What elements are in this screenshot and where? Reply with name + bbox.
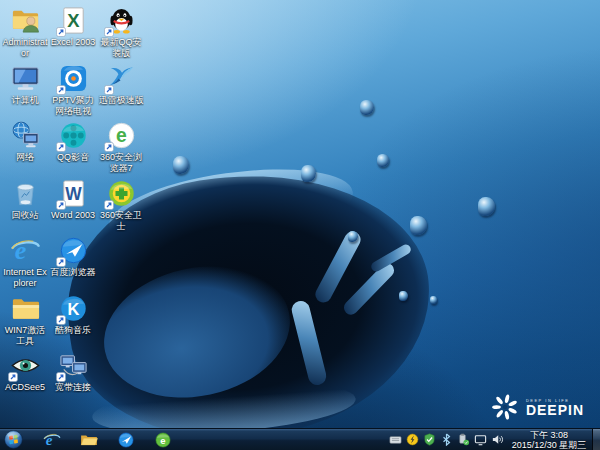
svg-text:W: W	[65, 184, 82, 204]
tray-removable-device[interactable]	[457, 433, 470, 446]
taskbar-clock[interactable]: 下午 3:08 2015/12/30 星期三	[510, 429, 588, 450]
show-desktop-button[interactable]	[592, 429, 600, 450]
xunlei-bird-icon	[106, 63, 137, 94]
desktop-icon-computer[interactable]: 计算机	[2, 63, 48, 106]
folder-icon	[10, 293, 41, 324]
desktop-icon-label: QQ影音	[50, 152, 96, 163]
water-droplet	[430, 296, 437, 304]
desktop-icon-administrator[interactable]: Administrator	[2, 5, 48, 59]
desktop-icon-baidu-browser[interactable]: 百度浏览器	[50, 235, 96, 278]
taskbar-button-windows-explorer[interactable]	[77, 430, 101, 450]
ie-icon: e	[10, 235, 41, 266]
shortcut-arrow-icon	[56, 85, 66, 95]
taskbar-button-baidu-browser[interactable]	[114, 430, 138, 450]
desktop-icon-xunlei-speed[interactable]: 迅雷极速版	[98, 63, 144, 106]
desktop-icon-label: Word 2003	[50, 210, 96, 221]
taskbar-button-internet-explorer[interactable]: e	[40, 430, 64, 450]
taskbar-button-360-browser[interactable]: e	[151, 430, 175, 450]
browser-360-icon: e	[106, 120, 137, 151]
taskbar: ee 下午 3:08 2015/12/30 星期三	[0, 428, 600, 450]
tray-security-center[interactable]	[423, 433, 436, 446]
computer-icon	[10, 63, 41, 94]
speaker-icon	[491, 433, 504, 446]
water-droplet	[173, 156, 189, 174]
deepin-logo: DEEP IN LIFE DEEPIN	[490, 392, 584, 422]
film-reel-icon	[58, 120, 89, 151]
water-droplet	[478, 197, 495, 216]
desktop-icon-label: 回收站	[2, 210, 48, 221]
desktop-icon-label: ACDSee5	[2, 382, 48, 393]
water-droplet	[377, 154, 389, 167]
shortcut-arrow-icon	[104, 27, 114, 37]
deepin-wordmark: DEEPIN	[526, 403, 584, 417]
eye-icon	[10, 350, 41, 381]
desktop-icon-label: 百度浏览器	[50, 267, 96, 278]
desktop-icon-label: WIN7激活工具	[2, 325, 48, 347]
pptv-icon	[58, 63, 89, 94]
desktop-icon-broadband-connection[interactable]: 宽带连接	[50, 350, 96, 393]
lightning-circle-icon	[406, 433, 419, 446]
word-icon: W	[58, 178, 89, 209]
desktop-icon-qq-latest[interactable]: 最新QQ安装版	[98, 5, 144, 59]
desktop-icon-win7-activator[interactable]: WIN7激活工具	[2, 293, 48, 347]
tray-antivirus[interactable]	[406, 433, 419, 446]
desktop-icon-internet-explorer[interactable]: eInternet Explorer	[2, 235, 48, 289]
desktop-icon-word-2003[interactable]: WWord 2003	[50, 178, 96, 221]
tray-bluetooth[interactable]	[440, 433, 453, 446]
ie-icon: e	[43, 431, 61, 449]
desktop-icon-acdsee5[interactable]: ACDSee5	[2, 350, 48, 393]
desktop-icon-grid: Administrator计算机网络回收站eInternet ExplorerW…	[2, 5, 152, 415]
desktop-icon-label: 360安全浏览器7	[98, 152, 144, 174]
tray-input-method[interactable]	[389, 433, 402, 446]
shortcut-arrow-icon	[104, 142, 114, 152]
desktop-icon-label: 迅雷极速版	[98, 95, 144, 106]
desktop-icon-kugou-music[interactable]: K酷狗音乐	[50, 293, 96, 336]
desktop-icon-label: 酷狗音乐	[50, 325, 96, 336]
shortcut-arrow-icon	[56, 257, 66, 267]
clock-date: 2015/12/30 星期三	[510, 440, 588, 450]
keyboard-icon	[389, 433, 402, 446]
desktop-icon-label: Administrator	[2, 37, 48, 59]
desktop-icon-label: 360安全卫士	[98, 210, 144, 232]
shortcut-arrow-icon	[56, 315, 66, 325]
desktop-icon-360-browser-7[interactable]: e360安全浏览器7	[98, 120, 144, 174]
desktop-icon-network[interactable]: 网络	[2, 120, 48, 163]
desktop-icon-label: 宽带连接	[50, 382, 96, 393]
baidu-browser-icon	[117, 431, 135, 449]
desktop-icon-excel-2003[interactable]: XExcel 2003	[50, 5, 96, 48]
clock-time: 下午 3:08	[510, 430, 588, 440]
desktop-icon-label: 计算机	[2, 95, 48, 106]
shortcut-arrow-icon	[56, 27, 66, 37]
desktop-icon-label: Excel 2003	[50, 37, 96, 48]
deepin-tagline: DEEP IN LIFE	[526, 398, 584, 403]
desktop-screen: DEEP IN LIFE DEEPIN Administrator计算机网络回收…	[0, 0, 600, 450]
network-globe-icon	[10, 120, 41, 151]
desktop-icon-360-safe-guard[interactable]: 360安全卫士	[98, 178, 144, 232]
qq-penguin-icon	[106, 5, 137, 36]
bluetooth-icon	[440, 433, 453, 446]
folder-user-icon	[10, 5, 41, 36]
broadband-icon	[58, 350, 89, 381]
tray-display[interactable]	[474, 433, 487, 446]
shortcut-arrow-icon	[56, 200, 66, 210]
desktop-icon-recycle-bin[interactable]: 回收站	[2, 178, 48, 221]
desktop-icon-label: 最新QQ安装版	[98, 37, 144, 59]
start-button[interactable]	[0, 429, 26, 450]
display-icon	[474, 433, 487, 446]
usb-device-icon	[457, 433, 470, 446]
explorer-folder-icon	[80, 431, 98, 449]
windows-logo-icon	[4, 430, 23, 449]
shortcut-arrow-icon	[104, 85, 114, 95]
excel-icon: X	[58, 5, 89, 36]
water-droplet	[360, 100, 374, 115]
shortcut-arrow-icon	[56, 372, 66, 382]
svg-text:e: e	[46, 431, 53, 448]
desktop-icon-pptv[interactable]: PPTV聚力 网络电视	[50, 63, 96, 117]
shield-check-icon	[423, 433, 436, 446]
tray-volume[interactable]	[491, 433, 504, 446]
water-droplet	[410, 216, 427, 235]
desktop-icon-qq-player[interactable]: QQ影音	[50, 120, 96, 163]
desktop-icon-label: 网络	[2, 152, 48, 163]
deepin-swirl-icon	[490, 392, 520, 422]
desktop-icon-label: Internet Explorer	[2, 267, 48, 289]
